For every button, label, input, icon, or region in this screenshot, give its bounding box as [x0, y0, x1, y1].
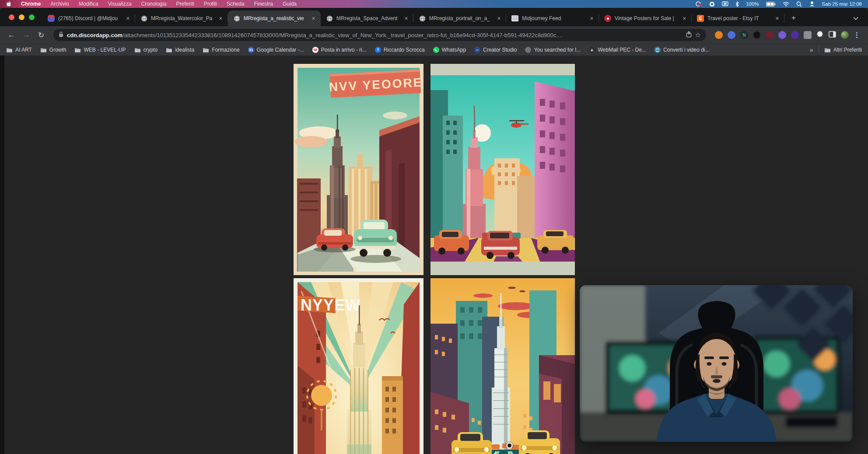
- stop-record-icon[interactable]: [709, 1, 715, 7]
- tab-label: MRregista_Space_Advent: [336, 15, 400, 21]
- menu-item-chrome[interactable]: Chrome: [21, 1, 41, 7]
- side-panel-icon[interactable]: [829, 31, 836, 39]
- poster-new-york-teal-sunset: [430, 64, 575, 275]
- tab-close-icon[interactable]: ✕: [496, 15, 502, 22]
- window-controls: [0, 14, 42, 26]
- webmail-icon: [589, 47, 595, 53]
- extensions-row: N ⋮: [712, 31, 863, 40]
- bookmarks-overflow-chevron[interactable]: »: [810, 46, 813, 53]
- tab-label: MRregista_portrait_on_a_: [429, 15, 493, 21]
- menu-item-finestra[interactable]: Finestra: [254, 1, 273, 7]
- menu-bar-clock[interactable]: Sab 25 mar 12:08: [822, 1, 862, 7]
- back-button[interactable]: ←: [5, 29, 18, 41]
- bookmark-folder-growth[interactable]: Growth: [40, 47, 66, 53]
- bookmark-facebook-profile[interactable]: f Riccardo Scrocca: [375, 47, 425, 53]
- menu-item-guida[interactable]: Guida: [283, 1, 297, 7]
- s-extension-icon[interactable]: [791, 31, 799, 39]
- profile-avatar[interactable]: [841, 31, 849, 39]
- reload-button[interactable]: ↻: [35, 29, 47, 41]
- bookmark-folder-idealista[interactable]: idealista: [166, 47, 194, 53]
- tab-portrait[interactable]: MRregista_portrait_on_a_ ✕: [413, 10, 506, 26]
- bookmark-google-calendar[interactable]: 31 Google Calendar -...: [248, 47, 304, 53]
- bookmark-label: WEB - LEVEL-UP: [84, 47, 126, 53]
- tab-etsy[interactable]: E Travel poster - Etsy IT ✕: [692, 10, 784, 26]
- tab-close-icon[interactable]: ✕: [218, 15, 224, 22]
- divider: [819, 46, 819, 53]
- notion-ai-extension-icon[interactable]: N: [740, 31, 748, 39]
- bookmark-folder-web-level-up[interactable]: WEB - LEVEL-UP: [74, 47, 126, 53]
- url-domain: cdn.discordapp.com: [67, 32, 122, 38]
- new-tab-button[interactable]: +: [787, 11, 800, 24]
- bookmark-label: idealista: [175, 47, 194, 53]
- tab-watercolor[interactable]: MRregista_Watercolor_Pa ✕: [135, 10, 228, 26]
- menu-item-cronologia[interactable]: Cronologia: [141, 1, 167, 7]
- bookmark-video-converter[interactable]: Converti i video di...: [654, 47, 709, 53]
- tab-close-icon[interactable]: ✕: [682, 15, 687, 22]
- menu-item-modifica[interactable]: Modifica: [79, 1, 98, 7]
- bookmark-gmail-inbox[interactable]: M Posta in arrivo - ri...: [312, 47, 367, 53]
- converter-icon: [654, 47, 661, 53]
- address-bar[interactable]: cdn.discordapp.com/attachments/101351233…: [53, 29, 706, 41]
- purple-extension-icon[interactable]: [778, 31, 786, 39]
- facebook-icon: f: [375, 47, 381, 53]
- feather-extension-icon[interactable]: [728, 31, 735, 39]
- other-bookmarks-folder[interactable]: Altri Preferiti: [824, 47, 862, 53]
- h-extension-icon[interactable]: [753, 31, 761, 39]
- tab-close-icon[interactable]: ✕: [774, 15, 780, 22]
- tab-close-icon[interactable]: ✕: [589, 15, 595, 22]
- minimize-window-button[interactable]: [19, 14, 24, 20]
- bookmark-search-result[interactable]: You searched for I...: [525, 47, 581, 53]
- tab-vintage-posters[interactable]: Vintage Posters for Sale | ✕: [599, 10, 692, 26]
- bookmark-label: WhatsApp: [442, 47, 466, 53]
- bookmark-label: Formazione: [212, 47, 239, 53]
- macos-menu-bar: Chrome Archivio Modifica Visualizza Cron…: [0, 0, 868, 8]
- display-icon[interactable]: [722, 1, 728, 7]
- url-text: cdn.discordapp.com/attachments/101351233…: [67, 32, 682, 38]
- menu-item-archivio[interactable]: Archivio: [50, 1, 69, 7]
- browser-toolbar: ← → ↻ cdn.discordapp.com/attachments/101…: [0, 26, 868, 44]
- close-window-button[interactable]: [9, 14, 14, 20]
- forward-button[interactable]: →: [20, 29, 32, 41]
- share-icon[interactable]: [686, 31, 692, 39]
- tab-realistic-view-active[interactable]: MRregista_a_realistic_vie ✕: [228, 10, 321, 26]
- wifi-icon[interactable]: [783, 2, 789, 7]
- menu-item-preferiti[interactable]: Preferiti: [176, 1, 194, 7]
- url-path: /attachments/1013512335442333816/1089142…: [122, 32, 563, 38]
- bookmark-label: AI ART: [15, 47, 32, 53]
- bookmark-folder-formazione[interactable]: Formazione: [203, 47, 239, 53]
- bookmark-creator-studio[interactable]: ∞ Creator Studio: [474, 47, 517, 53]
- tab-label: Vintage Posters for Sale |: [615, 15, 678, 21]
- tab-midjourney-feed[interactable]: Midjourney Feed ✕: [506, 10, 599, 26]
- bookmark-folder-ai-art[interactable]: AI ART: [6, 47, 32, 53]
- maximize-window-button[interactable]: [29, 14, 35, 20]
- bookmark-folder-crypto[interactable]: crypto: [134, 47, 158, 53]
- discord-favicon: [48, 15, 55, 22]
- user-switch-icon[interactable]: [809, 1, 815, 7]
- menu-item-profili[interactable]: Profili: [204, 1, 217, 7]
- bookmark-webmail-pec[interactable]: WebMail PEC - De...: [589, 47, 646, 53]
- menu-item-scheda[interactable]: Scheda: [227, 1, 245, 7]
- tab-close-icon[interactable]: ✕: [403, 15, 409, 22]
- apple-icon[interactable]: [6, 1, 11, 7]
- bookmark-label: Converti i video di...: [663, 47, 709, 53]
- bookmarks-bar: AI ART Growth WEB - LEVEL-UP crypto idea…: [0, 44, 868, 56]
- bookmark-whatsapp[interactable]: WhatsApp: [433, 47, 466, 53]
- metamask-extension-icon[interactable]: [715, 31, 723, 39]
- grid-extension-icon[interactable]: [804, 31, 812, 39]
- menu-item-visualizza[interactable]: Visualizza: [108, 1, 132, 7]
- chrome-menu-icon[interactable]: ⋮: [854, 31, 860, 39]
- tab-close-icon[interactable]: ✕: [311, 15, 316, 22]
- tab-search-chevron-icon[interactable]: [853, 14, 868, 22]
- tab-discord[interactable]: (2765) Discord | @Midjou ✕: [42, 10, 135, 26]
- poster-title-text: NYYEW: [301, 296, 360, 314]
- tab-close-icon[interactable]: ✕: [125, 15, 131, 22]
- battery-icon: [766, 2, 776, 7]
- bluetooth-icon[interactable]: [735, 1, 739, 7]
- tab-space-adventure[interactable]: MRregista_Space_Advent ✕: [321, 10, 413, 26]
- screen-record-icon[interactable]: [695, 1, 702, 7]
- spotlight-search-icon[interactable]: [796, 1, 802, 7]
- extensions-puzzle-icon[interactable]: [816, 31, 824, 40]
- poster-title-block: NYYEW: [298, 296, 360, 314]
- bookmark-star-icon[interactable]: ☆: [695, 31, 701, 39]
- onepassword-extension-icon[interactable]: [766, 31, 774, 39]
